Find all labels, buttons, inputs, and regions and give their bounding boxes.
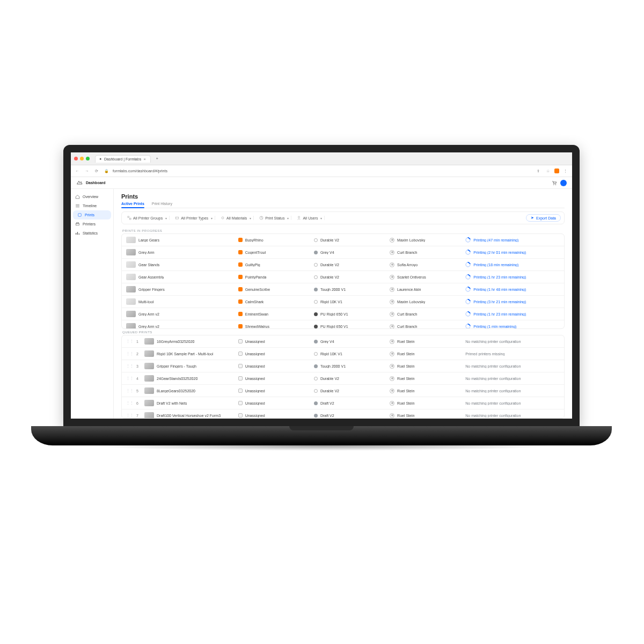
drag-handle-icon[interactable]: ⋮⋮ <box>126 389 134 393</box>
new-tab-button[interactable]: + <box>154 157 160 160</box>
sidebar-item-label: Statistics <box>83 231 98 235</box>
filter-users[interactable]: All Users▾ <box>295 216 325 220</box>
print-name: 16GreyArms03252020 <box>157 340 194 343</box>
progress-ring-icon <box>464 298 472 305</box>
drag-handle-icon[interactable]: ⋮⋮ <box>126 339 134 343</box>
print-name: Gear Stands <box>138 263 159 267</box>
close-tab-icon[interactable]: × <box>143 157 146 162</box>
maximize-window-icon[interactable] <box>86 157 90 160</box>
tab-print-history[interactable]: Print History <box>152 202 172 208</box>
forward-icon[interactable]: → <box>84 169 90 173</box>
in-progress-table: Large GearsBusyRhinoDurable V2Maxim Lobo… <box>121 233 565 329</box>
table-row[interactable]: ⋮⋮2Rigid 10K Sample Part - Multi-toolUna… <box>122 348 564 360</box>
user-name: Scarlet Ontiveros <box>397 275 426 279</box>
material-name: Durable V2 <box>320 275 339 279</box>
print-name: 24GearStands03252020 <box>157 377 197 380</box>
user-cell: Maxim Lobovsky <box>390 299 462 304</box>
table-row[interactable]: Large GearsBusyRhinoDurable V2Maxim Lobo… <box>122 234 564 246</box>
user-name: Curt Branch <box>397 312 417 316</box>
share-icon[interactable]: ⇪ <box>535 169 541 173</box>
material-swatch-icon <box>314 325 318 328</box>
queue-index: 2 <box>136 352 142 356</box>
material-name: Durable V2 <box>320 377 339 380</box>
drag-handle-icon[interactable]: ⋮⋮ <box>126 401 134 405</box>
material-swatch-icon <box>314 288 318 291</box>
tab-active-prints[interactable]: Active Prints <box>121 202 144 208</box>
table-row[interactable]: Gripper FingersGenuineScribeTough 2000 V… <box>122 283 564 296</box>
drag-handle-icon[interactable]: ⋮⋮ <box>126 364 134 368</box>
material-swatch-icon <box>314 352 318 356</box>
user-name: Roel Stein <box>397 389 414 393</box>
filter-print-status[interactable]: Print Status▾ <box>257 216 291 220</box>
status-cell: No matching printer configuration <box>465 364 560 368</box>
user-avatar[interactable] <box>560 180 567 186</box>
browser-menu-icon[interactable]: ⋮ <box>562 169 569 173</box>
filter-materials[interactable]: All Materials▾ <box>218 216 254 220</box>
table-row[interactable]: Grey Arm v2EminentSwanPU Rigid 650 V1Cur… <box>122 308 564 320</box>
table-row[interactable]: Gear StandsGuiltyPigDurable V2Sofia Arro… <box>122 259 564 271</box>
material-swatch-icon <box>314 377 318 380</box>
print-name-cell: ⋮⋮424GearStands03252020 <box>126 375 235 382</box>
address-bar[interactable]: formlabs.com/dashboard/#/prints <box>113 169 532 173</box>
material-cell: Draft V2 <box>314 401 386 405</box>
user-icon <box>390 262 394 267</box>
table-row[interactable]: ⋮⋮116GreyArms03252020UnassignedGrey V4Ro… <box>122 335 564 348</box>
user-icon <box>390 413 394 418</box>
table-row[interactable]: ⋮⋮6Draft V2 with NetsUnassignedDraft V2R… <box>122 397 564 409</box>
back-icon[interactable]: ← <box>74 169 80 173</box>
printer-name: GuiltyPig <box>245 263 260 267</box>
drag-handle-icon[interactable]: ⋮⋮ <box>126 352 134 356</box>
user-cell: Roel Stein <box>390 339 462 344</box>
material-name: Rigid 10K V1 <box>320 300 342 304</box>
print-name: Multi-tool <box>138 300 153 304</box>
user-icon <box>390 312 394 317</box>
sidebar-item-overview[interactable]: Overview <box>71 192 113 201</box>
svg-point-1 <box>555 184 556 185</box>
queue-index: 6 <box>136 401 142 405</box>
sidebar-item-label: Printers <box>83 222 96 226</box>
unassigned-icon <box>238 413 243 418</box>
cart-icon[interactable] <box>552 180 557 186</box>
unassigned-icon <box>238 401 243 405</box>
unassigned-icon <box>238 389 243 393</box>
model-thumbnail-icon <box>126 261 136 268</box>
printer-cell: Unassigned <box>238 376 311 380</box>
sidebar-item-prints[interactable]: Prints <box>73 210 111 219</box>
user-name: Curt Branch <box>397 325 417 328</box>
timeline-icon <box>75 203 80 208</box>
status-text: Printing (1 min remaining) <box>473 325 516 328</box>
sidebar-item-timeline[interactable]: Timeline <box>71 201 113 210</box>
status-text: Printing (1 hr 23 min remaining) <box>473 275 526 279</box>
table-row[interactable]: ⋮⋮424GearStands03252020UnassignedDurable… <box>122 372 564 385</box>
window-controls[interactable] <box>74 157 90 160</box>
printer-status-icon <box>238 250 243 254</box>
model-thumbnail-icon <box>144 400 154 406</box>
user-icon <box>390 401 394 406</box>
drag-handle-icon[interactable]: ⋮⋮ <box>126 413 134 418</box>
table-row[interactable]: ⋮⋮58LargeGears03252020UnassignedDurable … <box>122 385 564 397</box>
model-thumbnail-icon <box>144 338 154 345</box>
printer-status-icon <box>238 287 243 291</box>
table-row[interactable]: Grey ArmCogentTroutGrey V4Curt BranchPri… <box>122 246 564 259</box>
extension-icon[interactable] <box>554 169 559 173</box>
drag-handle-icon[interactable]: ⋮⋮ <box>126 376 134 380</box>
table-row[interactable]: Multi-toolCalmSharkRigid 10K V1Maxim Lob… <box>122 296 564 308</box>
svg-rect-4 <box>77 223 78 224</box>
reload-icon[interactable]: ⟳ <box>93 169 100 173</box>
queue-index: 5 <box>136 389 142 393</box>
filter-printer-types[interactable]: All Printer Types▾ <box>173 216 215 220</box>
minimize-window-icon[interactable] <box>80 157 84 160</box>
browser-tab[interactable]: ▸ Dashboard | Formlabs × <box>95 155 151 163</box>
star-icon[interactable]: ☆ <box>545 169 551 173</box>
table-row[interactable]: ⋮⋮7Draft100 Vertical Horseshoe v2 Form3U… <box>122 409 564 419</box>
status-cell: No matching printer configuration <box>465 401 560 405</box>
table-row[interactable]: ⋮⋮3Gripper Fingers - ToughUnassignedToug… <box>122 360 564 372</box>
close-window-icon[interactable] <box>74 157 78 160</box>
table-row[interactable]: Gear AssemblyPointyPandaDurable V2Scarle… <box>122 271 564 283</box>
printer-name: CogentTrout <box>245 251 266 254</box>
export-data-button[interactable]: ➤ Export Data <box>526 214 561 222</box>
table-row[interactable]: Grey Arm v2ShrewdWalrusPU Rigid 650 V1Cu… <box>122 320 564 329</box>
sidebar-item-printers[interactable]: Printers <box>71 219 113 229</box>
sidebar-item-statistics[interactable]: Statistics <box>71 229 113 238</box>
filter-printer-groups[interactable]: All Printer Groups▾ <box>125 216 170 220</box>
